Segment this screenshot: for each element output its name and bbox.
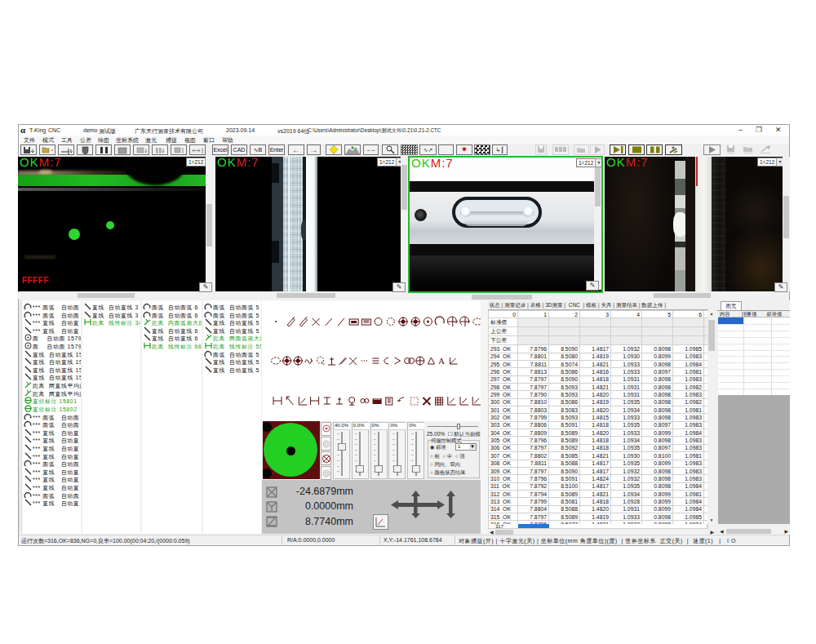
svg-text:A: A <box>438 356 445 366</box>
